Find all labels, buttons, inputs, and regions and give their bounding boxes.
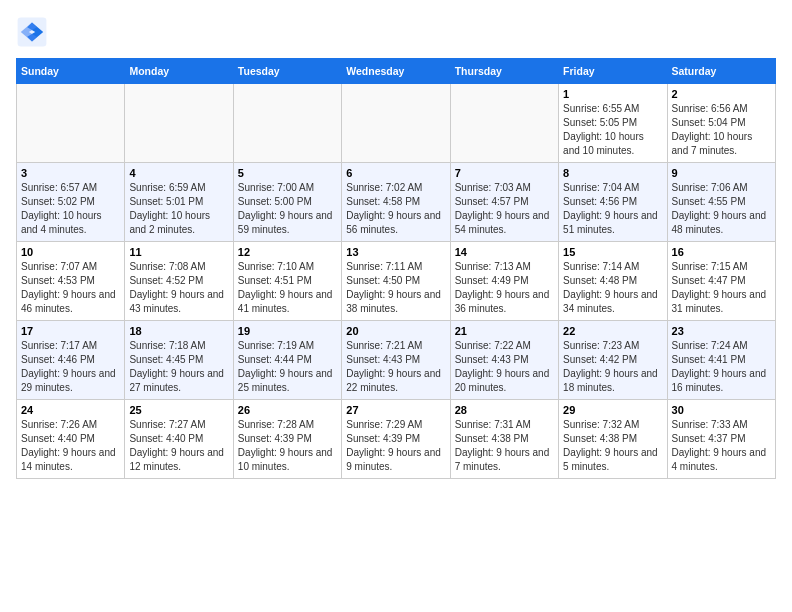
calendar-week-row: 17Sunrise: 7:17 AM Sunset: 4:46 PM Dayli…	[17, 321, 776, 400]
calendar-cell: 19Sunrise: 7:19 AM Sunset: 4:44 PM Dayli…	[233, 321, 341, 400]
day-header-monday: Monday	[125, 59, 233, 84]
day-info: Sunrise: 7:04 AM Sunset: 4:56 PM Dayligh…	[563, 181, 662, 237]
calendar-cell: 4Sunrise: 6:59 AM Sunset: 5:01 PM Daylig…	[125, 163, 233, 242]
calendar-cell: 30Sunrise: 7:33 AM Sunset: 4:37 PM Dayli…	[667, 400, 775, 479]
calendar-cell: 16Sunrise: 7:15 AM Sunset: 4:47 PM Dayli…	[667, 242, 775, 321]
calendar-cell: 2Sunrise: 6:56 AM Sunset: 5:04 PM Daylig…	[667, 84, 775, 163]
calendar-cell: 13Sunrise: 7:11 AM Sunset: 4:50 PM Dayli…	[342, 242, 450, 321]
calendar-week-row: 1Sunrise: 6:55 AM Sunset: 5:05 PM Daylig…	[17, 84, 776, 163]
day-info: Sunrise: 7:18 AM Sunset: 4:45 PM Dayligh…	[129, 339, 228, 395]
calendar-header-row: SundayMondayTuesdayWednesdayThursdayFrid…	[17, 59, 776, 84]
day-number: 6	[346, 167, 445, 179]
calendar-cell: 15Sunrise: 7:14 AM Sunset: 4:48 PM Dayli…	[559, 242, 667, 321]
calendar-cell: 25Sunrise: 7:27 AM Sunset: 4:40 PM Dayli…	[125, 400, 233, 479]
day-number: 9	[672, 167, 771, 179]
day-number: 25	[129, 404, 228, 416]
calendar-cell	[233, 84, 341, 163]
calendar-cell: 27Sunrise: 7:29 AM Sunset: 4:39 PM Dayli…	[342, 400, 450, 479]
day-number: 24	[21, 404, 120, 416]
logo	[16, 16, 52, 48]
calendar-cell	[450, 84, 558, 163]
day-info: Sunrise: 7:07 AM Sunset: 4:53 PM Dayligh…	[21, 260, 120, 316]
calendar-cell: 22Sunrise: 7:23 AM Sunset: 4:42 PM Dayli…	[559, 321, 667, 400]
day-info: Sunrise: 6:55 AM Sunset: 5:05 PM Dayligh…	[563, 102, 662, 158]
day-number: 28	[455, 404, 554, 416]
day-number: 3	[21, 167, 120, 179]
day-header-thursday: Thursday	[450, 59, 558, 84]
day-info: Sunrise: 7:24 AM Sunset: 4:41 PM Dayligh…	[672, 339, 771, 395]
calendar-cell: 8Sunrise: 7:04 AM Sunset: 4:56 PM Daylig…	[559, 163, 667, 242]
day-number: 1	[563, 88, 662, 100]
calendar-cell	[342, 84, 450, 163]
day-info: Sunrise: 7:15 AM Sunset: 4:47 PM Dayligh…	[672, 260, 771, 316]
calendar-cell: 23Sunrise: 7:24 AM Sunset: 4:41 PM Dayli…	[667, 321, 775, 400]
day-info: Sunrise: 7:31 AM Sunset: 4:38 PM Dayligh…	[455, 418, 554, 474]
day-info: Sunrise: 7:33 AM Sunset: 4:37 PM Dayligh…	[672, 418, 771, 474]
calendar-cell: 18Sunrise: 7:18 AM Sunset: 4:45 PM Dayli…	[125, 321, 233, 400]
day-number: 8	[563, 167, 662, 179]
calendar-cell: 28Sunrise: 7:31 AM Sunset: 4:38 PM Dayli…	[450, 400, 558, 479]
day-number: 2	[672, 88, 771, 100]
day-info: Sunrise: 7:22 AM Sunset: 4:43 PM Dayligh…	[455, 339, 554, 395]
day-header-saturday: Saturday	[667, 59, 775, 84]
day-info: Sunrise: 7:10 AM Sunset: 4:51 PM Dayligh…	[238, 260, 337, 316]
calendar-cell	[125, 84, 233, 163]
day-info: Sunrise: 7:19 AM Sunset: 4:44 PM Dayligh…	[238, 339, 337, 395]
day-info: Sunrise: 7:32 AM Sunset: 4:38 PM Dayligh…	[563, 418, 662, 474]
calendar-cell: 11Sunrise: 7:08 AM Sunset: 4:52 PM Dayli…	[125, 242, 233, 321]
day-number: 13	[346, 246, 445, 258]
day-number: 19	[238, 325, 337, 337]
calendar-week-row: 10Sunrise: 7:07 AM Sunset: 4:53 PM Dayli…	[17, 242, 776, 321]
day-info: Sunrise: 7:21 AM Sunset: 4:43 PM Dayligh…	[346, 339, 445, 395]
calendar-cell	[17, 84, 125, 163]
calendar-cell: 1Sunrise: 6:55 AM Sunset: 5:05 PM Daylig…	[559, 84, 667, 163]
day-info: Sunrise: 7:27 AM Sunset: 4:40 PM Dayligh…	[129, 418, 228, 474]
day-number: 20	[346, 325, 445, 337]
day-info: Sunrise: 7:13 AM Sunset: 4:49 PM Dayligh…	[455, 260, 554, 316]
day-number: 21	[455, 325, 554, 337]
calendar-cell: 7Sunrise: 7:03 AM Sunset: 4:57 PM Daylig…	[450, 163, 558, 242]
calendar-cell: 20Sunrise: 7:21 AM Sunset: 4:43 PM Dayli…	[342, 321, 450, 400]
day-header-sunday: Sunday	[17, 59, 125, 84]
calendar-cell: 5Sunrise: 7:00 AM Sunset: 5:00 PM Daylig…	[233, 163, 341, 242]
day-info: Sunrise: 6:56 AM Sunset: 5:04 PM Dayligh…	[672, 102, 771, 158]
day-number: 10	[21, 246, 120, 258]
calendar-week-row: 24Sunrise: 7:26 AM Sunset: 4:40 PM Dayli…	[17, 400, 776, 479]
calendar-cell: 14Sunrise: 7:13 AM Sunset: 4:49 PM Dayli…	[450, 242, 558, 321]
calendar-week-row: 3Sunrise: 6:57 AM Sunset: 5:02 PM Daylig…	[17, 163, 776, 242]
day-info: Sunrise: 7:14 AM Sunset: 4:48 PM Dayligh…	[563, 260, 662, 316]
day-number: 4	[129, 167, 228, 179]
day-number: 22	[563, 325, 662, 337]
day-number: 14	[455, 246, 554, 258]
calendar-cell: 9Sunrise: 7:06 AM Sunset: 4:55 PM Daylig…	[667, 163, 775, 242]
calendar-cell: 24Sunrise: 7:26 AM Sunset: 4:40 PM Dayli…	[17, 400, 125, 479]
calendar-cell: 21Sunrise: 7:22 AM Sunset: 4:43 PM Dayli…	[450, 321, 558, 400]
logo-icon	[16, 16, 48, 48]
day-info: Sunrise: 7:28 AM Sunset: 4:39 PM Dayligh…	[238, 418, 337, 474]
calendar-cell: 29Sunrise: 7:32 AM Sunset: 4:38 PM Dayli…	[559, 400, 667, 479]
day-number: 26	[238, 404, 337, 416]
day-info: Sunrise: 7:29 AM Sunset: 4:39 PM Dayligh…	[346, 418, 445, 474]
day-info: Sunrise: 6:59 AM Sunset: 5:01 PM Dayligh…	[129, 181, 228, 237]
day-number: 27	[346, 404, 445, 416]
day-header-friday: Friday	[559, 59, 667, 84]
day-number: 15	[563, 246, 662, 258]
day-number: 29	[563, 404, 662, 416]
day-number: 23	[672, 325, 771, 337]
day-number: 12	[238, 246, 337, 258]
day-info: Sunrise: 7:23 AM Sunset: 4:42 PM Dayligh…	[563, 339, 662, 395]
day-number: 30	[672, 404, 771, 416]
calendar-cell: 3Sunrise: 6:57 AM Sunset: 5:02 PM Daylig…	[17, 163, 125, 242]
day-number: 11	[129, 246, 228, 258]
day-info: Sunrise: 7:26 AM Sunset: 4:40 PM Dayligh…	[21, 418, 120, 474]
calendar-cell: 12Sunrise: 7:10 AM Sunset: 4:51 PM Dayli…	[233, 242, 341, 321]
calendar-table: SundayMondayTuesdayWednesdayThursdayFrid…	[16, 58, 776, 479]
day-number: 17	[21, 325, 120, 337]
day-header-tuesday: Tuesday	[233, 59, 341, 84]
day-number: 16	[672, 246, 771, 258]
day-info: Sunrise: 7:02 AM Sunset: 4:58 PM Dayligh…	[346, 181, 445, 237]
page-header	[16, 16, 776, 48]
day-number: 7	[455, 167, 554, 179]
day-info: Sunrise: 7:03 AM Sunset: 4:57 PM Dayligh…	[455, 181, 554, 237]
day-info: Sunrise: 7:06 AM Sunset: 4:55 PM Dayligh…	[672, 181, 771, 237]
